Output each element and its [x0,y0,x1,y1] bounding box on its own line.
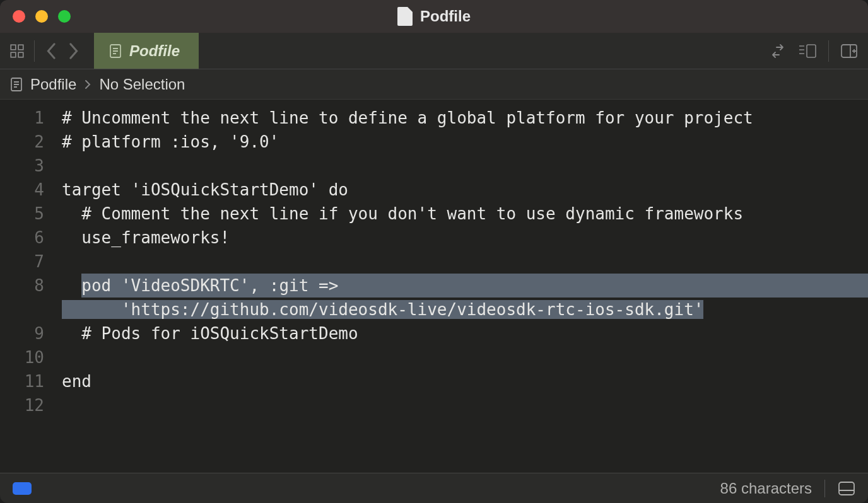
tab-podfile[interactable]: Podfile [94,33,199,69]
minimize-button[interactable] [35,10,48,23]
breadcrumb: Podfile No Selection [0,69,868,100]
tab-label: Podfile [129,42,180,60]
adjust-lines-icon[interactable] [769,43,787,59]
code-review-icon[interactable] [798,43,817,59]
divider [828,40,829,62]
toolbar: Podfile [0,33,868,69]
character-count: 86 characters [720,480,812,497]
code-line[interactable]: use_frameworks! [62,226,868,250]
panel-toggle-icon[interactable] [838,481,855,496]
nav-back-button[interactable] [41,42,62,60]
breadcrumb-file[interactable]: Podfile [30,76,76,93]
svg-rect-2 [11,52,16,57]
code-line[interactable]: target 'iOSQuickStartDemo' do [62,178,868,202]
status-indicator[interactable] [13,482,32,495]
code-line[interactable]: # Pods for iOSQuickStartDemo [62,321,868,345]
close-button[interactable] [13,10,25,23]
code-line[interactable]: end [62,369,868,393]
divider [824,480,825,497]
document-icon [109,43,122,59]
code-editor[interactable]: 123456789101112 # Uncomment the next lin… [0,100,868,473]
code-line[interactable]: # platform :ios, '9.0' [62,130,868,154]
window-title-text: Podfile [420,8,471,25]
document-icon [10,77,23,92]
nav-forward-button[interactable] [62,42,84,60]
window-controls [13,10,71,23]
code-line[interactable]: # Comment the next line if you don't wan… [62,202,868,226]
code-content[interactable]: # Uncomment the next line to define a gl… [62,106,868,473]
code-line[interactable]: pod 'VideoSDKRTC', :git => [62,274,868,298]
breadcrumb-selection[interactable]: No Selection [99,76,185,93]
code-line[interactable] [62,345,868,369]
chevron-right-icon [84,78,91,91]
svg-rect-1 [18,45,23,50]
code-line[interactable] [62,393,868,417]
statusbar: 86 characters [0,473,868,503]
svg-rect-3 [18,52,23,57]
svg-rect-11 [807,45,816,57]
svg-rect-0 [11,45,16,50]
line-gutter: 123456789101112 [0,106,62,473]
code-line[interactable] [62,250,868,274]
code-line[interactable] [62,154,868,178]
maximize-button[interactable] [58,10,71,23]
titlebar: Podfile [0,0,868,33]
add-panel-icon[interactable] [840,43,858,59]
grid-icon[interactable] [0,33,34,69]
window-title: Podfile [397,7,471,26]
file-icon [397,7,413,26]
code-line[interactable]: # Uncomment the next line to define a gl… [62,106,868,130]
code-line[interactable]: 'https://github.com/videosdk-live/videos… [62,298,868,321]
